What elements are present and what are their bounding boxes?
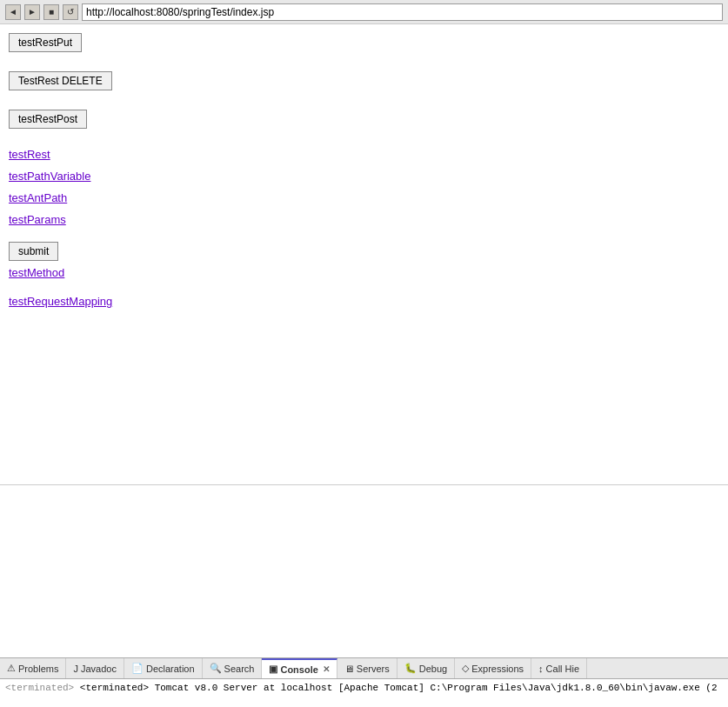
stop-button[interactable]: ■ (43, 4, 59, 20)
testRestPost-button[interactable]: testRestPost (9, 110, 87, 129)
testRestDelete-button[interactable]: TestRest DELETE (9, 71, 112, 90)
browser-toolbar: ◄ ► ■ ↺ (0, 0, 728, 24)
testRestPut-button[interactable]: testRestPut (9, 33, 82, 52)
section-testRestDelete: TestRest DELETE (9, 71, 719, 94)
section-testRestPut: testRestPut (9, 33, 719, 56)
section-testRequestMapping: testRequestMapping (9, 295, 719, 308)
testRest-link[interactable]: testRest (9, 148, 719, 161)
testParams-link[interactable]: testParams (9, 213, 719, 226)
testMethod-link[interactable]: testMethod (9, 266, 719, 279)
browser-content: testRestPut TestRest DELETE testRestPost… (0, 24, 728, 485)
address-bar[interactable] (82, 3, 723, 21)
forward-button[interactable]: ► (24, 4, 40, 20)
section-submit: submit testMethod (9, 242, 719, 279)
section-links: testRest testPathVariable testAntPath te… (9, 148, 719, 226)
testRequestMapping-link[interactable]: testRequestMapping (9, 295, 719, 308)
back-button[interactable]: ◄ (5, 4, 21, 20)
submit-button[interactable]: submit (9, 242, 58, 261)
refresh-button[interactable]: ↺ (63, 4, 78, 20)
section-testRestPost: testRestPost (9, 110, 719, 132)
testPathVariable-link[interactable]: testPathVariable (9, 170, 719, 183)
testAntPath-link[interactable]: testAntPath (9, 191, 719, 204)
